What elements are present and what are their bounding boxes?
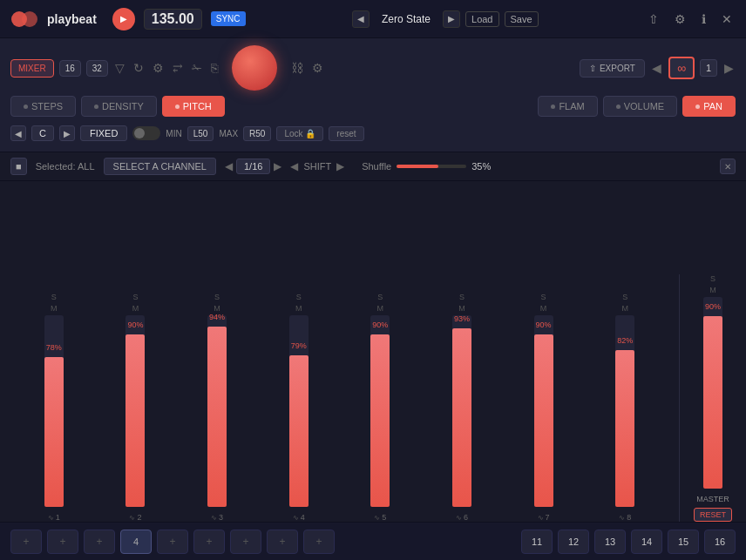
play-button[interactable]: ▶ <box>112 8 135 30</box>
ch-solo-8[interactable]: S <box>622 293 627 301</box>
ch-solo-3[interactable]: S <box>214 293 220 301</box>
shuffle-bar[interactable] <box>397 165 466 168</box>
export-button[interactable]: ⇧ EXPORT <box>580 59 645 78</box>
tab-add-1[interactable]: + <box>10 530 42 554</box>
note-next-button[interactable]: ▶ <box>59 125 75 141</box>
shuffle-icon[interactable]: ⥂ <box>171 59 185 77</box>
steps-label: STEPS <box>31 101 63 111</box>
ch-bar-container-7[interactable]: 90% <box>534 315 553 507</box>
config-icon[interactable]: ⚙ <box>151 59 166 77</box>
ch-mute-6[interactable]: M <box>458 304 465 313</box>
ch-solo-4[interactable]: S <box>296 293 302 301</box>
loop-number[interactable]: 1 <box>700 59 717 77</box>
ch-solo-7[interactable]: S <box>541 293 546 301</box>
master-bar-container[interactable]: 90% <box>703 297 722 489</box>
cogwheel-icon[interactable]: ⚙ <box>310 59 325 77</box>
ch-solo-2[interactable]: S <box>132 293 138 301</box>
tab-12[interactable]: 12 <box>558 530 589 554</box>
channel-select-button[interactable]: SELECT A CHANNEL <box>104 158 216 175</box>
ch-mute-2[interactable]: M <box>132 304 139 313</box>
steps-16[interactable]: 16 <box>59 60 81 77</box>
shift-prev[interactable]: ◀ <box>290 160 298 172</box>
pitch-tab[interactable]: PITCH <box>162 96 225 117</box>
volume-tab[interactable]: VOLUME <box>603 96 677 117</box>
steps-tab[interactable]: STEPS <box>10 96 76 117</box>
ch-bar-container-8[interactable]: 82% <box>615 315 634 507</box>
bottom-tabs: + + + 4 + + + + + 11 12 13 14 15 16 <box>0 522 746 560</box>
prev-icon[interactable]: ◀ <box>650 59 663 77</box>
tab-add-6[interactable]: + <box>230 530 261 554</box>
note-prev-button[interactable]: ◀ <box>10 125 26 141</box>
refresh-icon[interactable]: ↻ <box>132 59 146 77</box>
mixer-button[interactable]: MIXER <box>10 59 54 78</box>
min-value[interactable]: L50 <box>187 126 214 141</box>
ch-solo-1[interactable]: S <box>51 293 57 301</box>
tab-15[interactable]: 15 <box>668 530 699 554</box>
master-solo[interactable]: S <box>710 274 715 283</box>
division-next[interactable]: ▶ <box>274 160 281 172</box>
tab-14[interactable]: 14 <box>631 530 662 554</box>
pan-tab[interactable]: PAN <box>682 96 736 117</box>
tab-add-3[interactable]: + <box>84 530 115 554</box>
save-button[interactable]: Save <box>505 11 539 27</box>
steps-32[interactable]: 32 <box>86 60 108 77</box>
density-tab[interactable]: DENSITY <box>81 96 157 117</box>
tab-11[interactable]: 11 <box>521 530 553 554</box>
ch-bar-container-5[interactable]: 90% <box>370 315 390 507</box>
copy-icon[interactable]: ⎘ <box>209 59 220 77</box>
mixer-close-button[interactable]: ✕ <box>720 159 736 174</box>
grid-button[interactable]: ■ <box>10 158 27 175</box>
ch-label-5: ∿5 <box>374 513 386 522</box>
link-icon[interactable]: ⛓ <box>289 59 305 77</box>
tab-4[interactable]: 4 <box>120 530 152 554</box>
ch-mute-5[interactable]: M <box>377 304 384 313</box>
ch-label-1: ∿1 <box>48 513 60 522</box>
tab-add-5[interactable]: + <box>193 530 225 554</box>
ch-bar-container-2[interactable]: 90% <box>125 315 145 507</box>
pitch-toggle[interactable] <box>132 126 160 140</box>
ch-bar-container-3[interactable]: 94% <box>207 315 227 507</box>
flam-tab[interactable]: FLAM <box>538 96 597 117</box>
pitch-note[interactable]: C <box>31 125 54 141</box>
pitch-reset-button[interactable]: reset <box>329 126 363 141</box>
ch-solo-6[interactable]: S <box>459 293 465 301</box>
next-icon[interactable]: ▶ <box>722 59 736 77</box>
pitch-mode[interactable]: FIXED <box>80 125 127 141</box>
load-button[interactable]: Load <box>465 11 498 27</box>
ch-mute-4[interactable]: M <box>295 304 302 313</box>
pattern-icon[interactable]: ▽ <box>113 59 126 77</box>
tab-13[interactable]: 13 <box>594 530 626 554</box>
tab-add-4[interactable]: + <box>157 530 188 554</box>
ch-mute-3[interactable]: M <box>214 304 220 313</box>
settings-icon[interactable]: ⚙ <box>671 10 689 28</box>
share-icon[interactable]: ⇧ <box>645 10 662 28</box>
shift-next[interactable]: ▶ <box>336 160 344 172</box>
division-prev[interactable]: ◀ <box>225 160 233 172</box>
tab-16[interactable]: 16 <box>704 530 736 554</box>
ch-mute-8[interactable]: M <box>621 304 628 313</box>
ch-solo-5[interactable]: S <box>377 293 383 301</box>
flam-dot <box>551 105 555 109</box>
ch-mute-7[interactable]: M <box>540 304 547 313</box>
master-mute[interactable]: M <box>709 286 716 294</box>
ch-bar-container-6[interactable]: 93% <box>452 315 471 507</box>
max-value[interactable]: R50 <box>243 126 271 141</box>
tab-add-7[interactable]: + <box>267 530 298 554</box>
ch-bar-container-1[interactable]: 78% <box>44 315 64 507</box>
close-icon[interactable]: ✕ <box>718 10 736 28</box>
lock-button[interactable]: Lock 🔒 <box>276 126 323 141</box>
preset-next-button[interactable]: ▶ <box>443 10 460 28</box>
tab-add-8[interactable]: + <box>303 530 335 554</box>
ch-mute-1[interactable]: M <box>51 304 58 313</box>
loop-button[interactable]: ∞ <box>668 57 695 79</box>
info-icon[interactable]: ℹ <box>698 10 709 28</box>
tab-add-2[interactable]: + <box>47 530 78 554</box>
cut-icon[interactable]: ✁ <box>190 59 204 77</box>
sync-button[interactable]: SYNC <box>211 11 246 26</box>
division-display[interactable]: 1/16 <box>236 159 270 174</box>
master-reset-button[interactable]: RESET <box>694 508 732 522</box>
ch-bar-container-4[interactable]: 79% <box>289 315 309 507</box>
preset-prev-button[interactable]: ◀ <box>352 10 370 28</box>
main-knob[interactable] <box>232 45 277 91</box>
bpm-display[interactable]: 135.00 <box>144 9 202 30</box>
